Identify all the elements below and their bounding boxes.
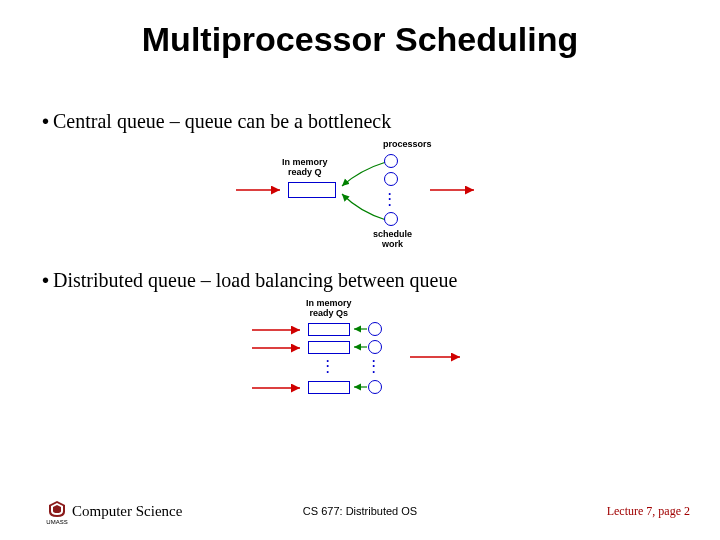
bullet-text: Central queue – queue can be a bottlenec… [53,109,391,134]
department-label: Computer Science [72,503,182,520]
diagram-svg [230,140,490,250]
umass-logo: UMASS [46,500,68,522]
processor-node [384,212,398,226]
processor-node [384,154,398,168]
slide-title: Multiprocessor Scheduling [0,0,720,59]
diagram-svg [230,297,490,427]
label-schedule-work: schedule work [373,230,412,250]
vertical-dots: ··· [388,192,391,208]
umass-text: UMASS [46,519,68,525]
page-indicator: Lecture 7, page 2 [607,504,690,519]
label-line: work [382,239,403,249]
bullet-dot: • [42,109,49,133]
bullet-dot: • [42,268,49,292]
slide-footer: UMASS Computer Science CS 677: Distribut… [0,500,720,522]
bullet-central-queue: • Central queue – queue can be a bottlen… [42,109,690,134]
bullet-distributed-queue: • Distributed queue – load balancing bet… [42,268,690,293]
label-line: schedule [373,229,412,239]
processor-node [384,172,398,186]
bullet-text: Distributed queue – load balancing betwe… [53,268,457,293]
course-label: CS 677: Distributed OS [303,505,417,517]
diagram-central-queue: processors In memory ready Q ··· [0,134,720,250]
diagram-distributed-queue: In memory ready Qs ··· ··· [0,293,720,427]
